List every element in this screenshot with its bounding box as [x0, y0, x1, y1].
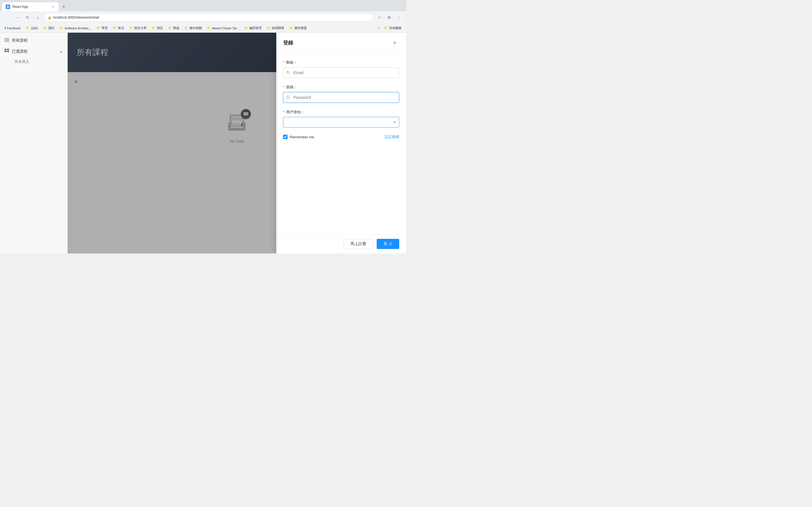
bookmark-label: Award Chaser Tar... [212, 26, 239, 30]
email-input[interactable] [283, 67, 399, 78]
bookmark-label: 爬蟲 [173, 26, 179, 30]
bookmark-algorithm[interactable]: 📁 算法 [110, 25, 126, 31]
tab-favicon [6, 4, 10, 9]
svg-rect-9 [7, 49, 9, 50]
svg-rect-4 [4, 41, 6, 42]
bookmark-study[interactable]: 📁 學習 [94, 25, 110, 31]
svg-rect-7 [7, 41, 9, 42]
svg-rect-3 [4, 40, 6, 40]
bookmark-label: 酒店 [157, 26, 163, 30]
bookmark-label: 編譯原理 [249, 26, 262, 30]
bookmark-label: 廣告聯盟 [294, 26, 307, 30]
bookmark-icon[interactable]: ☆ [375, 13, 384, 21]
bookmark-compiler[interactable]: 📁 編譯原理 [242, 25, 264, 31]
bookmark-crawler[interactable]: 📁 爬蟲 [166, 25, 182, 31]
dialog-body: * 郵箱： * 密碼： [276, 53, 406, 234]
bookmark-other[interactable]: 📁 其他書籤 [382, 25, 404, 31]
forward-button[interactable]: → [13, 13, 21, 21]
password-input[interactable] [283, 92, 399, 103]
required-indicator: * [283, 85, 285, 89]
back-button[interactable]: ← [3, 13, 11, 21]
refresh-button[interactable]: ↻ [24, 13, 32, 21]
role-form-group: * 用戶身份： ▼ [283, 110, 399, 128]
bookmark-facebook[interactable]: f Facebook [2, 25, 23, 31]
sidebar-sub-item-not-logged-in: 尚未登入 [6, 57, 67, 66]
folder-icon: 📁 [384, 26, 388, 30]
sidebar-item-enrolled-courses[interactable]: 已選課程 ▲ [0, 46, 67, 57]
list-icon [4, 38, 9, 43]
bookmark-award[interactable]: 📁 Award Chaser Tar... [205, 25, 241, 31]
bookmarks-more-button[interactable]: » [376, 26, 381, 31]
remember-forgot-row: Remember me 忘記密碼 [283, 134, 399, 139]
sidebar-item-all-courses[interactable]: 所有課程 [0, 35, 67, 46]
bookmark-frontend[interactable]: 📁 前端開發 [264, 25, 287, 31]
remember-me-label[interactable]: Remember me [283, 135, 314, 139]
svg-point-1 [7, 6, 8, 7]
svg-rect-8 [4, 49, 6, 50]
chevron-up-icon: ▲ [59, 50, 63, 54]
browser-toolbar: ← → ↻ ⌂ 🔒 localhost:3000/releasement/all… [0, 11, 406, 24]
content-area: 所有課程 已選課程 ▲ 尚未登入 所有課程 ≡ [0, 33, 406, 253]
folder-icon: 📁 [168, 26, 172, 30]
folder-icon: 📁 [289, 26, 293, 30]
password-input-wrapper [283, 92, 399, 103]
home-button[interactable]: ⌂ [34, 13, 42, 21]
address-bar[interactable]: 🔒 localhost:3000/releasement/all [44, 13, 373, 22]
bookmark-software[interactable]: 📁 Software Architec... [57, 25, 94, 31]
folder-icon: 📁 [113, 26, 117, 30]
svg-point-26 [288, 98, 288, 98]
bookmark-j2ee[interactable]: 📁 J2EE [23, 25, 40, 31]
required-indicator: * [283, 110, 285, 114]
bookmark-label: Facebook [7, 26, 20, 30]
email-user-icon [286, 70, 290, 75]
facebook-icon: f [4, 26, 6, 30]
folder-icon: 📁 [129, 26, 133, 30]
bookmark-nanjing[interactable]: 📁 南京大學 [127, 25, 149, 31]
active-tab[interactable]: React App × [2, 2, 59, 11]
more-menu-icon[interactable]: ⋮ [395, 13, 403, 21]
svg-rect-5 [7, 38, 9, 39]
role-select[interactable] [283, 117, 399, 128]
address-bar-url: localhost:3000/releasement/all [53, 15, 99, 19]
bookmarks-bar: f Facebook 📁 J2EE 📁 測試 📁 Software Archit… [0, 24, 406, 33]
tab-close-button[interactable]: × [51, 4, 55, 9]
folder-icon: 📁 [152, 26, 156, 30]
svg-rect-11 [7, 51, 9, 52]
remember-me-checkbox[interactable] [283, 135, 288, 139]
extensions-icon[interactable]: ⚙ [385, 13, 393, 21]
register-button[interactable]: 馬上註冊 [343, 239, 373, 249]
bookmark-label: Software Architec... [64, 26, 91, 30]
forgot-password-link[interactable]: 忘記密碼 [385, 134, 399, 139]
new-tab-button[interactable]: + [60, 3, 68, 11]
bookmark-website[interactable]: 📁 建站相關 [182, 25, 204, 31]
bookmark-label: J2EE [31, 26, 38, 30]
folder-icon: 📁 [267, 26, 271, 30]
svg-rect-6 [7, 40, 9, 40]
bookmark-hotel[interactable]: 📁 酒店 [149, 25, 165, 31]
login-button[interactable]: 登 入 [377, 239, 399, 249]
dialog-footer: 馬上註冊 登 入 [276, 234, 406, 253]
password-form-group: * 密碼： [283, 85, 399, 103]
main-page: 所有課程 ≡ [68, 33, 406, 253]
bookmark-test[interactable]: 📁 測試 [41, 25, 57, 31]
dialog-title: 登錄 [283, 40, 293, 46]
email-label: * 郵箱： [283, 60, 399, 65]
address-bar-lock-icon: 🔒 [48, 16, 52, 19]
email-form-group: * 郵箱： [283, 60, 399, 78]
bookmark-ads[interactable]: 📁 廣告聯盟 [287, 25, 309, 31]
tab-title: React App [12, 5, 49, 9]
folder-icon: 📁 [244, 26, 248, 30]
bookmark-label: 前端開發 [272, 26, 284, 30]
login-dialog: 登錄 × * 郵箱： [276, 33, 406, 253]
folder-icon: 📁 [185, 26, 188, 30]
folder-icon: 📁 [96, 26, 100, 30]
bookmark-label: 建站相關 [190, 26, 202, 30]
sidebar: 所有課程 已選課程 ▲ 尚未登入 [0, 33, 68, 253]
remember-me-text: Remember me [290, 135, 314, 139]
bookmark-label: 算法 [118, 26, 124, 30]
email-input-wrapper [283, 67, 399, 78]
required-indicator: * [283, 60, 285, 64]
dialog-close-button[interactable]: × [390, 38, 399, 47]
sidebar-submenu: 尚未登入 [0, 57, 67, 66]
table-icon [4, 49, 9, 54]
